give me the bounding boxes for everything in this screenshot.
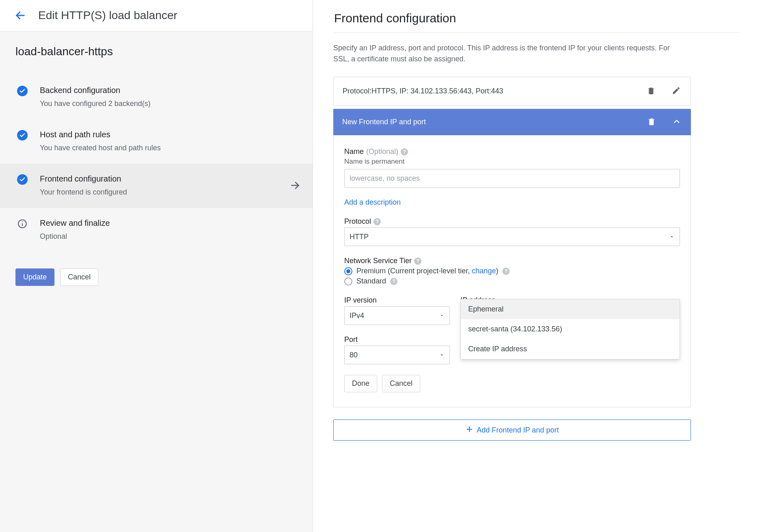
step-title: Host and path rules [40,129,161,140]
optional-text: (Optional) [366,147,398,156]
port-select[interactable]: 80 [344,346,450,364]
collapse-icon[interactable] [671,116,682,128]
delete-icon[interactable] [646,85,656,97]
help-icon[interactable]: ? [390,278,397,285]
port-label: Port [344,335,450,344]
radio-icon [344,277,352,285]
step-frontend[interactable]: Frontend configuration Your frontend is … [0,164,313,208]
ip-address-menu: Ephemeral secret-santa (34.102.133.56) C… [460,299,680,359]
new-frontend-header[interactable]: New Frontend IP and port [333,109,691,135]
help-icon[interactable]: ? [373,218,381,225]
select-value: HTTP [350,233,369,241]
name-input[interactable] [344,169,680,188]
divider [333,32,740,33]
chevron-down-icon [669,234,675,240]
back-button[interactable] [14,9,27,22]
add-description-link[interactable]: Add a description [344,198,401,206]
tier-standard-radio[interactable]: Standard ? [344,277,680,285]
step-title: Review and finalize [40,218,110,228]
step-title: Backend configuration [40,85,151,95]
expand-header-title: New Frontend IP and port [342,118,426,126]
frontend-form: Name (Optional) ? Name is permanent Add … [333,135,691,407]
label-text: Network Service Tier [344,257,412,265]
chevron-down-icon [439,313,445,318]
help-icon[interactable]: ? [502,268,510,275]
step-backend[interactable]: Backend configuration You have configure… [0,75,313,119]
step-subtitle: You have created host and path rules [40,144,161,152]
step-review[interactable]: Review and finalize Optional [0,208,313,252]
tier-premium-radio[interactable]: Premium (Current project-level tier, cha… [344,267,680,275]
cancel-button[interactable]: Cancel [60,268,98,286]
help-icon[interactable]: ? [414,257,421,265]
name-label: Name (Optional) ? [344,147,680,156]
step-subtitle: Optional [40,232,110,241]
network-tier-label: Network Service Tier ? [344,257,680,265]
check-icon [17,86,28,96]
ip-version-label: IP version [344,296,450,305]
plus-icon [465,425,473,435]
ip-version-select[interactable]: IPv4 [344,306,450,325]
step-title: Frontend configuration [40,173,127,184]
radio-label: Premium (Current project-level tier, [356,267,472,275]
step-host-path[interactable]: Host and path rules You have created hos… [0,119,313,164]
edit-icon[interactable] [671,85,682,97]
change-tier-link[interactable]: change [472,267,496,275]
radio-label: Standard [356,277,386,285]
arrow-right-icon [290,180,300,192]
step-subtitle: You have configured 2 backend(s) [40,99,151,108]
ip-option-named[interactable]: secret-santa (34.102.133.56) [461,319,680,339]
radio-icon [344,267,352,275]
ip-option-ephemeral[interactable]: Ephemeral [461,299,680,319]
check-icon [17,130,28,141]
done-button[interactable]: Done [344,375,377,392]
protocol-select[interactable]: HTTP [344,227,680,246]
info-icon [17,218,28,230]
page-title: Edit HTTP(S) load balancer [38,9,177,22]
help-icon[interactable]: ? [401,148,408,156]
add-frontend-button[interactable]: Add Frontend IP and port [333,420,691,441]
panel-description: Specify an IP address, port and protocol… [333,43,687,65]
ip-option-create[interactable]: Create IP address [461,339,680,359]
panel-title: Frontend configuration [334,11,740,25]
step-subtitle: Your frontend is configured [40,188,127,197]
load-balancer-name: load-balancer-https [0,31,313,67]
delete-icon[interactable] [646,116,657,128]
select-value: IPv4 [350,311,364,320]
update-button[interactable]: Update [15,268,54,286]
select-value: 80 [350,351,358,359]
check-icon [17,174,28,185]
cancel-form-button[interactable]: Cancel [382,375,420,392]
label-text: Port [344,335,358,344]
frontend-row[interactable]: Protocol:HTTPS, IP: 34.102.133.56:443, P… [333,77,691,106]
label-text: Name [344,147,364,156]
radio-label-tail: ) [496,267,498,275]
chevron-down-icon [439,352,445,358]
label-text: Protocol [344,217,371,226]
label-text: IP version [344,296,377,305]
svg-point-4 [22,221,23,222]
add-frontend-label: Add Frontend IP and port [477,426,559,435]
name-hint: Name is permanent [344,158,680,166]
frontend-row-text: Protocol:HTTPS, IP: 34.102.133.56:443, P… [343,87,503,95]
protocol-label: Protocol ? [344,217,680,226]
